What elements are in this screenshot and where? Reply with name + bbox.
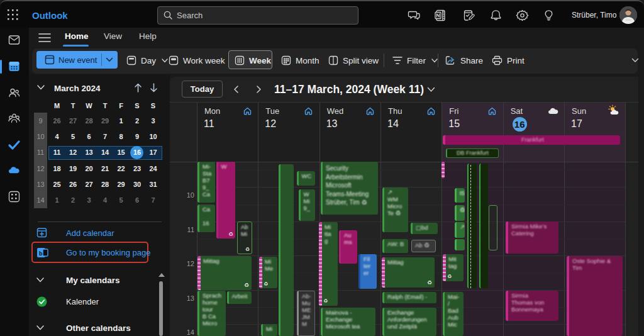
svg-text:b: b	[39, 250, 43, 257]
